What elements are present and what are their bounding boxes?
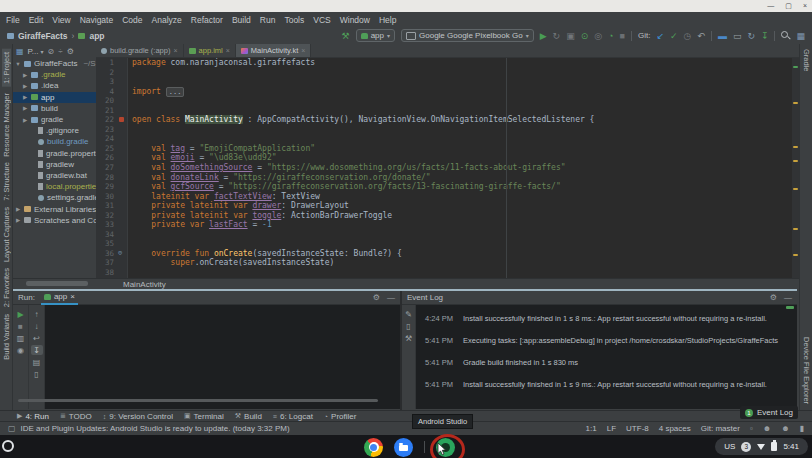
menu-vcs[interactable]: VCS <box>313 15 330 25</box>
run-tab-app[interactable]: app × <box>41 291 78 305</box>
git-history-button[interactable]: ◷ <box>683 31 691 41</box>
settings-gear-icon[interactable]: ⚙ <box>67 47 74 56</box>
tool-button-build-variants[interactable]: Build Variants <box>2 314 11 360</box>
menu-file[interactable]: File <box>6 15 20 25</box>
breadcrumb-class[interactable]: MainActivity <box>123 280 166 289</box>
lock-icon[interactable]: ▫ <box>750 424 753 433</box>
background-tasks-icon[interactable]: ▮ <box>800 424 804 433</box>
rerun-button[interactable]: ▶ <box>15 309 27 319</box>
minimize-button[interactable]: — <box>767 1 774 10</box>
menu-help[interactable]: Help <box>379 15 396 25</box>
attach-debugger-button[interactable]: ◎ <box>594 31 602 41</box>
indent-style[interactable]: 4 spaces <box>659 424 691 433</box>
tree-item--idea[interactable]: ▶.idea <box>13 80 96 91</box>
tab-build-gradle-app-[interactable]: build.gradle (:app)× <box>96 44 184 57</box>
project-tree-hscrollbar[interactable] <box>26 281 88 286</box>
line-separator[interactable]: LF <box>607 424 616 433</box>
settings-wrench-icon[interactable]: ⚒ <box>403 333 415 343</box>
status-message[interactable]: IDE and Plugin Updates: Android Studio i… <box>21 424 290 433</box>
event-log-badge[interactable]: 1 Event Log <box>740 406 798 419</box>
breadcrumb-item-app[interactable]: app <box>89 31 104 41</box>
build-hammer-icon[interactable]: ⚒ <box>342 31 350 41</box>
run-button[interactable]: ▶ <box>540 31 547 41</box>
memory-indicator-icon[interactable]: ☻ <box>781 424 789 433</box>
apply-changes-button[interactable]: ↻ <box>553 31 561 41</box>
tool-button-resource-manager[interactable]: Resource Manager <box>2 93 11 157</box>
stop-button[interactable]: ■ <box>15 321 27 331</box>
profile-button[interactable]: ◔ <box>608 31 613 41</box>
scroll-to-end-icon[interactable]: ↧ <box>31 345 43 355</box>
restore-layout-icon[interactable]: ▥ <box>15 333 27 343</box>
menu-build[interactable]: Build <box>232 15 251 25</box>
git-rollback-button[interactable]: ↶ <box>697 31 705 41</box>
tool-button-2-favorites[interactable]: 2: Favorites <box>2 268 11 307</box>
menu-run[interactable]: Run <box>260 15 276 25</box>
close-icon[interactable]: × <box>70 292 75 301</box>
tree-item-gradle[interactable]: ▶gradle <box>13 114 96 125</box>
clear-all-icon[interactable]: ▯ <box>403 321 415 331</box>
system-tray[interactable]: US 3 5:41 <box>715 438 808 455</box>
tree-item-settings-gradle[interactable]: settings.gradle <box>13 192 96 203</box>
debug-button[interactable]: ▣ <box>566 31 575 41</box>
highlighting-level-icon[interactable]: ☻ <box>763 424 771 433</box>
soft-wrap-icon[interactable]: ✎ <box>403 309 415 319</box>
folder-icon[interactable]: ▬ <box>718 31 727 41</box>
tree-item-external-libraries[interactable]: ▶External Libraries <box>13 203 96 214</box>
tool-window-button-build[interactable]: ⚒Build <box>235 412 262 421</box>
tree-item-giraffefacts[interactable]: ▼GiraffeFacts~/S <box>13 58 96 69</box>
notification-icon[interactable]: ▢ <box>8 424 16 433</box>
project-view-icon[interactable]: ▦ <box>16 47 24 56</box>
close-button[interactable]: × <box>803 1 807 10</box>
gradle-sync-icon[interactable]: ↻ <box>747 31 755 41</box>
project-structure-icon[interactable]: ▦ <box>796 31 805 41</box>
close-icon[interactable]: × <box>173 47 177 54</box>
avd-manager-icon[interactable]: ▭ <box>733 31 742 41</box>
breadcrumb-item-giraffefacts[interactable]: GiraffeFacts <box>18 31 68 41</box>
tree-item-scratches-and-consoles[interactable]: ▶Scratches and Consoles <box>13 215 96 226</box>
close-icon[interactable]: × <box>226 47 230 54</box>
print-icon[interactable]: ▤ <box>31 357 43 367</box>
tool-button-7-structure[interactable]: 7: Structure <box>2 162 11 201</box>
code-editor[interactable]: 1package com.naranjaconsal.giraffefacts2… <box>96 58 792 278</box>
tool-button-gradle[interactable]: Gradle <box>802 49 811 72</box>
collapse-all-icon[interactable]: ÷ <box>58 47 62 56</box>
launcher-button[interactable] <box>2 440 14 452</box>
close-icon[interactable]: × <box>301 47 305 54</box>
menu-code[interactable]: Code <box>122 15 142 25</box>
soft-wrap-icon[interactable]: ↩ <box>31 333 43 343</box>
git-update-button[interactable]: ↙ <box>656 31 664 41</box>
tool-window-button-terminal[interactable]: ▣Terminal <box>184 412 224 421</box>
tool-window-button-profiler[interactable]: ◔Profiler <box>324 412 357 421</box>
override-marker-icon[interactable]: ⊙ <box>118 249 122 258</box>
tool-window-button-4-run[interactable]: ▶4: Run <box>17 412 49 421</box>
tree-item-build[interactable]: ▶build <box>13 103 96 114</box>
tree-item-gradlew[interactable]: gradlew <box>13 159 96 170</box>
hide-panel-icon[interactable]: — <box>784 293 792 302</box>
settings-gear-icon[interactable]: ⚙ <box>373 293 380 302</box>
event-log-hscrollbar[interactable] <box>18 399 378 402</box>
class-marker-icon[interactable] <box>119 117 124 122</box>
down-stack-trace-icon[interactable]: ↓ <box>31 321 43 331</box>
tree-item-build-gradle[interactable]: build.gradle <box>13 136 96 147</box>
window-titlebar[interactable] <box>0 0 812 12</box>
tree-item--gitignore[interactable]: .gitignore <box>13 125 96 136</box>
menu-refactor[interactable]: Refactor <box>191 15 223 25</box>
tree-item-local-properties[interactable]: local.properties <box>13 181 96 192</box>
chrome-app-icon[interactable] <box>364 438 383 457</box>
tool-button-layout-captures[interactable]: Layout Captures <box>2 207 11 262</box>
tab-mainactivity-kt[interactable]: MainActivity.kt× <box>236 44 311 57</box>
menu-tools[interactable]: Tools <box>284 15 304 25</box>
project-tree[interactable]: ▼GiraffeFacts~/S▶.gradle▶.idea▶app▶build… <box>13 58 96 278</box>
apply-code-changes-button[interactable]: ⊙ <box>581 31 589 41</box>
caret-position[interactable]: 1:1 <box>586 424 597 433</box>
stop-button[interactable]: ■ <box>619 31 624 41</box>
editor-error-stripe[interactable] <box>792 58 799 278</box>
tree-item-app[interactable]: ▶app <box>13 92 96 103</box>
files-app-icon[interactable] <box>394 438 413 457</box>
tree-item-gradlew-bat[interactable]: gradlew.bat <box>13 170 96 181</box>
file-encoding[interactable]: UTF-8 <box>626 424 649 433</box>
menu-navigate[interactable]: Navigate <box>80 15 114 25</box>
tree-item-gradle-properties[interactable]: gradle.properties <box>13 148 96 159</box>
tool-button-1-project[interactable]: 1: Project <box>2 49 11 87</box>
tool-window-button-todo[interactable]: ≣TODO <box>60 412 92 421</box>
